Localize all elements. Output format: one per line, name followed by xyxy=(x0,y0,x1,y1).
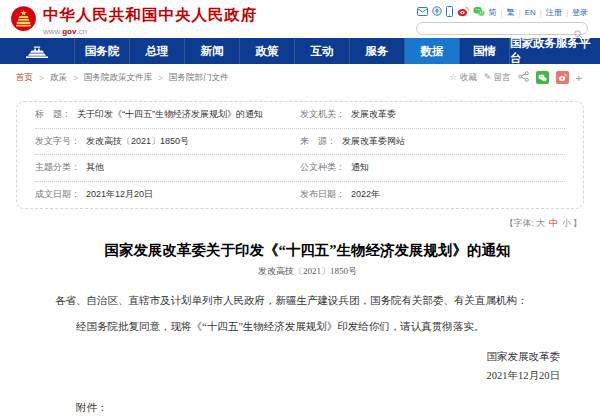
nav-item-national-conditions[interactable]: 国情 xyxy=(459,38,509,64)
register-link[interactable]: 注册 xyxy=(546,7,562,18)
meta-label-doc-number: 发文字号： xyxy=(35,135,80,148)
weibo-icon[interactable] xyxy=(457,6,469,19)
lang-link-simplified[interactable]: 简 xyxy=(489,7,497,18)
nav-item-services[interactable]: 服务 xyxy=(349,38,404,64)
font-size-small[interactable]: 小 xyxy=(562,218,571,228)
signer: 国家发展改革委 xyxy=(55,348,560,366)
search-icon[interactable] xyxy=(574,25,583,43)
signature-block: 国家发展改革委 2021年12月20日 xyxy=(55,348,560,385)
home-icon[interactable] xyxy=(0,38,74,64)
meta-value-source: 发展改革委网站 xyxy=(342,135,405,148)
site-brand[interactable]: 中华人民共和国中央人民政府 www.gov.cn xyxy=(10,5,258,36)
meta-value-doc-type: 通知 xyxy=(351,161,369,174)
font-size-large[interactable]: 大 xyxy=(536,218,545,228)
meta-label-publish-date: 发布日期： xyxy=(300,188,345,201)
weibo-share-icon[interactable] xyxy=(556,71,569,84)
login-link[interactable]: 登录 xyxy=(572,7,588,18)
search-input[interactable] xyxy=(423,23,573,34)
meta-row-title-agency: 标 题：关于印发《“十四五”生物经济发展规划》的通知 发文机关：发展改革委 xyxy=(35,102,565,129)
header-search[interactable] xyxy=(416,22,588,35)
breadcrumb-policy[interactable]: 政策 xyxy=(50,72,67,84)
site-header: 中华人民共和国中央人民政府 www.gov.cn 简 | 繁 | xyxy=(0,0,600,38)
sign-date: 2021年12月20日 xyxy=(55,367,560,385)
meta-value-publish-date: 2022年 xyxy=(351,188,380,201)
comment-button[interactable]: ✎ 留言 xyxy=(484,72,511,84)
nav-item-policy[interactable]: 政策 xyxy=(239,38,294,64)
meta-value-category: 其他 xyxy=(86,161,104,174)
paragraph-main: 经国务院批复同意，现将《“十四五”生物经济发展规划》印发给你们，请认真贯彻落实。 xyxy=(55,319,560,335)
paragraph-recipients: 各省、自治区、直辖市及计划单列市人民政府，新疆生产建设兵团，国务院有关部委、有关… xyxy=(55,293,560,309)
breadcrumb: 首页 > 政策 > 国务院政策文件库 > 国务院部门文件 xyxy=(16,72,228,84)
favorite-button[interactable]: ☆ 收藏 xyxy=(449,72,476,84)
nav-item-interaction[interactable]: 互动 xyxy=(294,38,349,64)
wechat-share-icon[interactable] xyxy=(536,71,549,84)
meta-label-source: 来 源： xyxy=(300,135,336,148)
nav-item-gov-service-platform[interactable]: 国家政务服务平台 xyxy=(509,38,600,64)
meta-row-number-source: 发文字号：发改高技〔2021〕1850号 来 源：发展改革委网站 xyxy=(35,129,565,156)
meta-label-title: 标 题： xyxy=(35,108,71,121)
mail-icon[interactable] xyxy=(417,7,428,18)
pencil-icon: ✎ xyxy=(484,72,492,82)
accessibility-icon[interactable] xyxy=(432,6,442,18)
document-title: 国家发展改革委关于印发《“十四五”生物经济发展规划》的通知 xyxy=(55,241,560,260)
font-size-selector: 【字体:大中小】 xyxy=(0,217,582,230)
breadcrumb-bar: 首页 > 政策 > 国务院政策文件库 > 国务院部门文件 ☆ 收藏 ✎ 留言 + xyxy=(0,64,600,91)
meta-value-written-date: 2021年12月20日 xyxy=(86,188,153,201)
meta-label-written-date: 成文日期： xyxy=(35,188,80,201)
meta-row-dates: 成文日期：2021年12月20日 发布日期：2022年 xyxy=(35,182,565,209)
lang-link-traditional[interactable]: 繁 xyxy=(507,7,515,18)
meta-value-doc-number: 发改高技〔2021〕1850号 xyxy=(86,135,189,148)
share-toolbar: ☆ 收藏 ✎ 留言 + xyxy=(449,71,582,84)
main-nav: 国务院 总理 新闻 政策 互动 服务 数据 国情 国家政务服务平台 xyxy=(0,38,600,64)
mobile-icon[interactable] xyxy=(446,6,453,19)
meta-label-doc-type: 公文种类： xyxy=(300,161,345,174)
document-meta-table: 标 题：关于印发《“十四五”生物经济发展规划》的通知 发文机关：发展改革委 发文… xyxy=(16,101,584,209)
nav-item-premier[interactable]: 总理 xyxy=(129,38,184,64)
site-url: www.gov.cn xyxy=(43,27,258,36)
nav-item-data[interactable]: 数据 xyxy=(404,38,459,64)
site-title: 中华人民共和国中央人民政府 xyxy=(43,5,258,26)
meta-value-agency: 发展改革委 xyxy=(351,108,396,121)
wechat-icon[interactable] xyxy=(473,6,485,19)
lang-link-en[interactable]: EN xyxy=(525,8,536,17)
meta-label-agency: 发文机关： xyxy=(300,108,345,121)
nav-item-news[interactable]: 新闻 xyxy=(184,38,239,64)
document-number: 发改高技〔2021〕1850号 xyxy=(55,265,560,278)
share-icon[interactable] xyxy=(518,71,529,84)
nav-item-state-council[interactable]: 国务院 xyxy=(74,38,129,64)
meta-row-category-type: 主题分类：其他 公文种类：通知 xyxy=(35,155,565,182)
attachment-label: 附件： xyxy=(55,401,560,415)
breadcrumb-department-documents[interactable]: 国务院部门文件 xyxy=(169,72,229,84)
meta-label-category: 主题分类： xyxy=(35,161,80,174)
document-body: 国家发展改革委关于印发《“十四五”生物经济发展规划》的通知 发改高技〔2021〕… xyxy=(0,241,600,417)
national-emblem-icon xyxy=(10,5,37,36)
breadcrumb-policy-library[interactable]: 国务院政策文件库 xyxy=(84,72,152,84)
more-share-button[interactable]: + xyxy=(576,72,582,84)
meta-value-title: 关于印发《“十四五”生物经济发展规划》的通知 xyxy=(77,108,263,121)
breadcrumb-home[interactable]: 首页 xyxy=(16,72,33,84)
star-icon: ☆ xyxy=(449,72,457,82)
font-size-medium[interactable]: 中 xyxy=(549,218,558,228)
